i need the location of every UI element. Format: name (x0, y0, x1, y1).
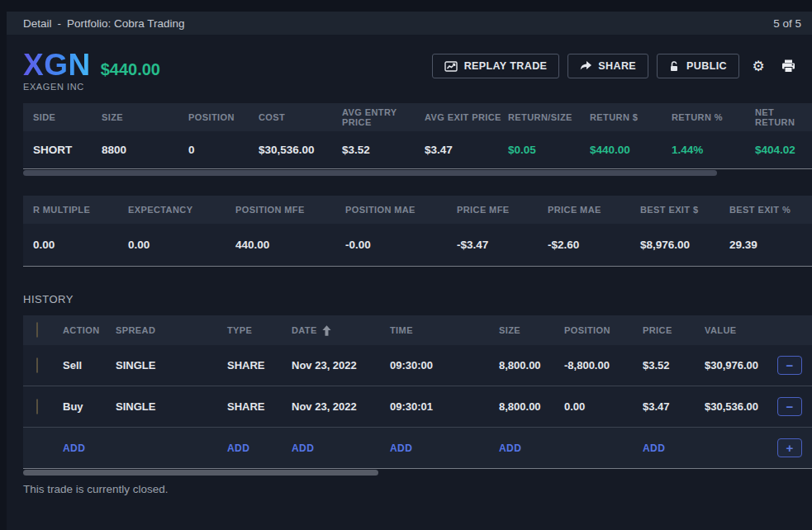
history-cell-type: SHARE (227, 359, 292, 371)
history-cell-spread: SINGLE (116, 359, 227, 371)
unlock-icon (669, 61, 680, 72)
select-all-checkbox[interactable] (36, 322, 38, 338)
pager-indicator: 5 of 5 (773, 17, 801, 30)
summary-col-cost: COST (259, 112, 342, 122)
stats-col-best-exit-dollar: BEST EXIT $ (640, 205, 729, 215)
breadcrumb-bar: Detail - Portfolio: Cobra Trading 5 of 5 (7, 12, 812, 35)
breadcrumb-portfolio[interactable]: Portfolio: Cobra Trading (67, 17, 185, 30)
summary-col-return-size: RETURN/SIZE (508, 112, 590, 122)
history-table-header: ACTION SPREAD TYPE DATE TIME SIZE POSITI… (23, 315, 812, 345)
detail-panel: Detail - Portfolio: Cobra Trading 5 of 5… (7, 12, 812, 530)
history-col-action[interactable]: ACTION (63, 325, 116, 335)
summary-table-header: SIDE SIZE POSITION COST AVG ENTRY PRICE … (23, 103, 812, 131)
row-checkbox[interactable] (36, 399, 38, 414)
minus-icon: − (786, 359, 794, 371)
company-name: EXAGEN INC (23, 82, 160, 92)
summary-horizontal-scrollbar[interactable] (23, 168, 812, 176)
summary-col-net-return: NET RETURN (755, 107, 812, 127)
history-cell-spread: SINGLE (116, 400, 227, 413)
remove-execution-button[interactable]: − (777, 397, 802, 416)
sort-ascending-icon[interactable] (322, 325, 331, 336)
summary-cell-return-dollar: $440.00 (590, 144, 672, 156)
stats-row: 0.00 0.00 440.00 -0.00 -$3.47 -$2.60 $8,… (23, 224, 812, 267)
summary-cell-return-pct: 1.44% (672, 144, 755, 156)
history-cell-time: 09:30:00 (390, 359, 499, 371)
printer-icon (781, 59, 795, 73)
stats-cell-r-multiple: 0.00 (33, 239, 128, 251)
symbol-return-amount: $440.00 (101, 60, 160, 79)
print-button[interactable] (777, 54, 799, 78)
add-date-link[interactable]: ADD (292, 442, 390, 454)
history-col-spread[interactable]: SPREAD (116, 325, 227, 335)
add-type-link[interactable]: ADD (227, 442, 292, 454)
stats-col-position-mfe: POSITION MFE (235, 205, 345, 215)
stats-table: R MULTIPLE EXPECTANCY POSITION MFE POSIT… (23, 196, 812, 267)
symbol-line: XGN $440.00 (23, 51, 160, 79)
stats-cell-best-exit-dollar: $8,976.00 (640, 239, 729, 251)
stats-col-position-mae: POSITION MAE (345, 205, 457, 215)
history-cell-time: 09:30:01 (390, 400, 499, 413)
stats-col-price-mae: PRICE MAE (548, 205, 640, 215)
breadcrumb-section[interactable]: Detail (23, 17, 52, 30)
share-button[interactable]: SHARE (567, 54, 648, 78)
add-price-link[interactable]: ADD (643, 442, 705, 454)
summary-cell-avg-exit-price: $3.47 (425, 144, 508, 156)
history-col-position[interactable]: POSITION (564, 325, 643, 335)
history-col-date[interactable]: DATE (292, 325, 317, 335)
history-col-value[interactable]: VALUE (705, 325, 777, 335)
stats-cell-price-mae: -$2.60 (548, 239, 640, 251)
summary-cell-side: SHORT (33, 144, 102, 156)
remove-execution-button[interactable]: − (777, 356, 802, 375)
share-label: SHARE (598, 60, 636, 72)
history-section-title: HISTORY (23, 293, 812, 305)
gear-icon: ⚙ (752, 59, 764, 73)
row-checkbox[interactable] (36, 357, 38, 373)
trade-status-text: This trade is currently closed. (23, 483, 169, 495)
history-col-price[interactable]: PRICE (643, 325, 705, 335)
plus-icon: + (786, 442, 794, 454)
history-cell-value: $30,976.00 (705, 359, 777, 371)
app-root: Detail - Portfolio: Cobra Trading 5 of 5… (0, 0, 812, 530)
stats-cell-expectancy: 0.00 (128, 239, 235, 251)
history-cell-price: $3.52 (643, 359, 705, 371)
add-execution-button[interactable]: + (777, 438, 802, 457)
history-row-buy: Buy SINGLE SHARE Nov 23, 2022 09:30:01 8… (23, 386, 812, 428)
history-cell-size: 8,800.00 (499, 359, 564, 371)
summary-col-size: SIZE (102, 112, 188, 122)
stats-cell-price-mfe: -$3.47 (457, 239, 548, 251)
history-cell-value: $30,536.00 (705, 400, 777, 413)
replay-trade-button[interactable]: REPLAY TRADE (432, 54, 560, 78)
add-action-link[interactable]: ADD (63, 442, 116, 454)
title-row: XGN $440.00 EXAGEN INC REPLAY TRADE (7, 35, 812, 92)
public-button[interactable]: PUBLIC (657, 54, 739, 78)
history-horizontal-scrollbar[interactable] (23, 468, 812, 476)
history-col-time[interactable]: TIME (390, 325, 499, 335)
add-time-link[interactable]: ADD (390, 442, 499, 454)
stats-col-r-multiple: R MULTIPLE (33, 205, 128, 215)
settings-button[interactable]: ⚙ (748, 54, 769, 78)
minus-icon: − (786, 400, 794, 413)
history-table: ACTION SPREAD TYPE DATE TIME SIZE POSITI… (23, 315, 812, 476)
summary-col-return-pct: RETURN % (672, 112, 755, 122)
stats-cell-position-mae: -0.00 (345, 239, 457, 251)
stats-cell-best-exit-pct: 29.39 (729, 239, 812, 251)
history-cell-price: $3.47 (643, 400, 705, 413)
stats-col-best-exit-pct: BEST EXIT % (729, 205, 812, 215)
add-size-link[interactable]: ADD (499, 442, 564, 454)
summary-scrollbar-thumb[interactable] (23, 170, 717, 176)
stats-table-header: R MULTIPLE EXPECTANCY POSITION MFE POSIT… (23, 196, 812, 224)
history-col-type[interactable]: TYPE (227, 325, 292, 335)
symbol-ticker: XGN (23, 51, 91, 79)
summary-col-avg-exit-price: AVG EXIT PRICE (425, 112, 508, 122)
summary-col-avg-entry-price: AVG ENTRY PRICE (342, 107, 425, 127)
summary-row: SHORT 8800 0 $30,536.00 $3.52 $3.47 $0.0… (23, 131, 812, 168)
history-col-size[interactable]: SIZE (499, 325, 564, 335)
history-cell-date: Nov 23, 2022 (292, 359, 390, 371)
summary-cell-avg-entry-price: $3.52 (342, 144, 425, 156)
summary-col-side: SIDE (33, 112, 102, 122)
history-add-row: ADD ADD ADD ADD ADD ADD + (23, 428, 812, 468)
breadcrumb-separator: - (58, 17, 62, 30)
history-scrollbar-thumb[interactable] (23, 470, 378, 476)
summary-cell-return-size: $0.05 (508, 144, 590, 156)
replay-trade-label: REPLAY TRADE (464, 60, 548, 72)
